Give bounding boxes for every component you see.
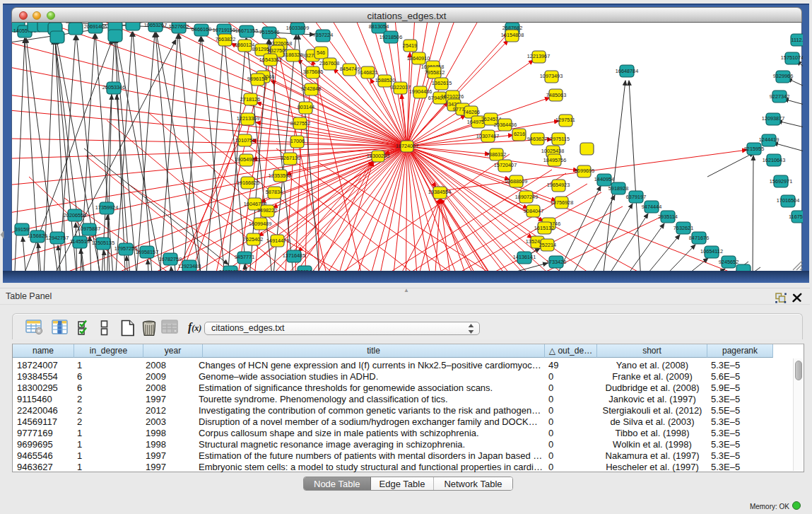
svg-text:19904436: 19904436 — [409, 88, 432, 95]
svg-text:16154808: 16154808 — [501, 32, 524, 38]
svg-text:1112..: 1112.. — [791, 37, 803, 43]
svg-text:12505135: 12505135 — [92, 240, 114, 246]
svg-text:25419: 25419 — [403, 42, 417, 49]
svg-text:10653267: 10653267 — [144, 23, 167, 28]
svg-text:2367608: 2367608 — [319, 60, 339, 66]
svg-text:20691406: 20691406 — [84, 23, 107, 30]
svg-text:8427552: 8427552 — [290, 120, 310, 127]
svg-text:16099489: 16099489 — [249, 221, 271, 227]
svg-text:7515546: 7515546 — [259, 29, 279, 35]
svg-text:8322037: 8322037 — [391, 84, 411, 90]
svg-text:19054985: 19054985 — [235, 156, 257, 163]
svg-text:19218506: 19218506 — [379, 34, 402, 40]
svg-text:9242848: 9242848 — [301, 86, 321, 92]
svg-text:1145519: 1145519 — [70, 238, 90, 245]
svg-text:13716485: 13716485 — [283, 252, 305, 259]
svg-text:10025438: 10025438 — [541, 148, 564, 154]
svg-text:18495756: 18495756 — [543, 157, 566, 163]
svg-text:8471676: 8471676 — [689, 235, 709, 241]
svg-text:16648784: 16648784 — [616, 68, 638, 74]
svg-text:9245652: 9245652 — [719, 259, 739, 265]
svg-text:7357224: 7357224 — [313, 32, 333, 38]
svg-text:12213967: 12213967 — [527, 53, 550, 59]
svg-text:16543362: 16543362 — [259, 57, 282, 63]
svg-text:1527602: 1527602 — [169, 23, 189, 30]
svg-text:9329966: 9329966 — [773, 73, 793, 79]
svg-text:2718126: 2718126 — [240, 96, 260, 103]
svg-text:3186328: 3186328 — [283, 52, 302, 58]
svg-text:39159: 39159 — [15, 226, 29, 233]
svg-text:6466160: 6466160 — [192, 26, 211, 33]
svg-text:10973493: 10973493 — [540, 73, 563, 79]
svg-text:15692971: 15692971 — [770, 178, 792, 185]
svg-text:16671355: 16671355 — [235, 28, 258, 34]
svg-text:8699695: 8699695 — [575, 168, 594, 174]
svg-text:10975887: 10975887 — [78, 226, 100, 232]
svg-text:3875685: 3875685 — [303, 69, 323, 75]
svg-text:5918928: 5918928 — [608, 185, 628, 192]
svg-text:2935114: 2935114 — [658, 214, 678, 220]
svg-text:12093877: 12093877 — [762, 115, 784, 122]
svg-text:9463627: 9463627 — [527, 136, 547, 142]
svg-text:1588520: 1588520 — [375, 77, 395, 83]
svg-text:252214: 252214 — [539, 242, 556, 248]
svg-text:3498222: 3498222 — [257, 207, 277, 214]
svg-text:12213369: 12213369 — [237, 115, 259, 122]
svg-text:14914479: 14914479 — [266, 238, 289, 244]
svg-text:7386312: 7386312 — [486, 151, 506, 158]
svg-text:1362615: 1362615 — [432, 80, 452, 86]
svg-text:7663822: 7663822 — [216, 36, 235, 42]
svg-text:10688609: 10688609 — [505, 178, 527, 185]
svg-text:12942757: 12942757 — [46, 235, 69, 241]
svg-text:546: 546 — [317, 49, 325, 56]
svg-text:7485063: 7485063 — [546, 92, 566, 98]
svg-text:19384554: 19384554 — [428, 189, 451, 195]
svg-text:16210643: 16210643 — [763, 157, 785, 163]
svg-text:8215955: 8215955 — [744, 146, 764, 152]
svg-text:1156829: 1156829 — [28, 233, 47, 239]
svg-text:20364436: 20364436 — [494, 122, 517, 128]
svg-text:1297511: 1297511 — [555, 117, 575, 123]
svg-text:16033809: 16033809 — [286, 25, 309, 31]
svg-text:1010755: 1010755 — [235, 137, 255, 144]
svg-text:19756928: 19756928 — [551, 199, 573, 206]
svg-text:9146821: 9146821 — [358, 69, 377, 76]
svg-text:17359924: 17359924 — [95, 204, 118, 211]
svg-text:10654112: 10654112 — [700, 248, 723, 255]
svg-text:10719155: 10719155 — [213, 27, 235, 33]
svg-text:17006: 17006 — [290, 138, 305, 144]
svg-text:12923488: 12923488 — [178, 263, 201, 269]
svg-text:8813054: 8813054 — [369, 23, 389, 30]
svg-text:746266: 746266 — [463, 109, 480, 115]
svg-text:15751074: 15751074 — [781, 54, 803, 61]
svg-text:18724007: 18724007 — [396, 143, 418, 149]
svg-text:18300233: 18300233 — [367, 153, 389, 159]
svg-text:9084047: 9084047 — [524, 208, 543, 214]
svg-text:15720407: 15720407 — [494, 162, 517, 168]
svg-text:7632621: 7632621 — [673, 225, 693, 231]
svg-text:9457771: 9457771 — [235, 254, 254, 260]
svg-text:26053346: 26053346 — [102, 84, 125, 90]
svg-text:9227342: 9227342 — [770, 93, 789, 100]
svg-text:1615132: 1615132 — [534, 225, 554, 231]
svg-text:20206556: 20206556 — [64, 212, 86, 218]
svg-text:19654923: 19654923 — [547, 182, 570, 188]
svg-text:12975115: 12975115 — [547, 136, 570, 142]
svg-text:17016504: 17016504 — [777, 197, 799, 204]
svg-text:12353594: 12353594 — [269, 173, 291, 179]
svg-text:17957255: 17957255 — [114, 245, 137, 252]
svg-text:6216: 6216 — [514, 131, 525, 137]
svg-text:14136141: 14136141 — [513, 254, 536, 260]
svg-text:587834: 587834 — [266, 189, 283, 195]
svg-text:1167533: 1167533 — [789, 214, 803, 220]
svg-text:7625402: 7625402 — [243, 236, 263, 243]
svg-text:10307487: 10307487 — [476, 133, 499, 139]
svg-text:16782759: 16782759 — [159, 256, 182, 262]
svg-text:1440954: 1440954 — [594, 176, 614, 182]
svg-text:1733426: 1733426 — [546, 259, 566, 265]
svg-text:18907249: 18907249 — [515, 194, 538, 200]
svg-text:18640910: 18640910 — [407, 55, 430, 62]
svg-text:3267130: 3267130 — [281, 155, 300, 161]
svg-text:9896154: 9896154 — [247, 76, 267, 82]
svg-text:16958157: 16958157 — [136, 249, 158, 255]
